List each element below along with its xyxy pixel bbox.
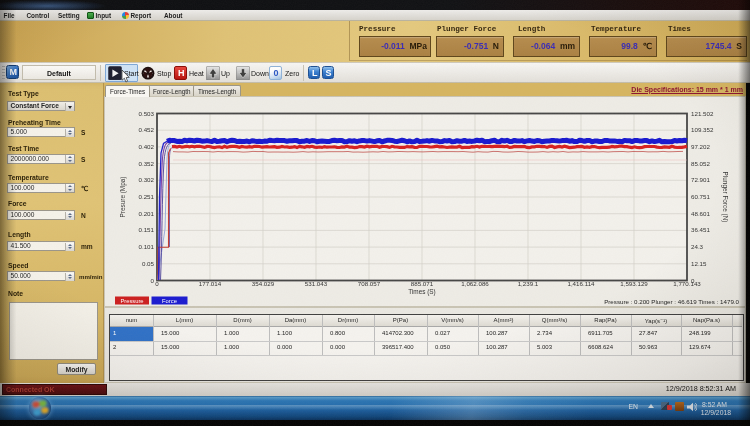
svg-text:0.402: 0.402: [139, 143, 155, 150]
svg-text:0.201: 0.201: [139, 210, 155, 217]
svg-text:531.043: 531.043: [305, 280, 328, 287]
svg-text:354.029: 354.029: [252, 280, 275, 287]
svg-text:24.3: 24.3: [691, 243, 704, 250]
svg-text:85.052: 85.052: [691, 160, 710, 167]
svg-text:12.15: 12.15: [691, 260, 707, 267]
svg-text:121.502: 121.502: [691, 110, 714, 117]
svg-text:1,416.114: 1,416.114: [567, 280, 595, 287]
svg-text:Force: Force: [162, 298, 177, 304]
svg-text:72.901: 72.901: [691, 176, 710, 183]
svg-text:0.352: 0.352: [139, 160, 155, 167]
svg-text:1,239.1: 1,239.1: [518, 280, 539, 287]
svg-text:48.601: 48.601: [691, 210, 710, 217]
svg-text:885.071: 885.071: [411, 280, 434, 287]
svg-text:Plunger Force (N): Plunger Force (N): [721, 172, 729, 223]
svg-text:Pressure : 0.200 Plunger : 46: Pressure : 0.200 Plunger : 46.619 Times …: [604, 298, 739, 305]
svg-text:0: 0: [151, 277, 155, 284]
svg-text:0.452: 0.452: [139, 126, 155, 133]
svg-text:Pressure: Pressure: [120, 298, 143, 304]
svg-text:109.352: 109.352: [691, 126, 714, 133]
svg-text:708.057: 708.057: [358, 280, 381, 287]
svg-text:60.751: 60.751: [691, 193, 710, 200]
svg-text:36.451: 36.451: [691, 226, 710, 233]
svg-text:1,770.143: 1,770.143: [673, 280, 701, 287]
svg-text:0: 0: [155, 280, 159, 287]
svg-text:0.302: 0.302: [139, 176, 155, 183]
svg-text:Presure (Mpa): Presure (Mpa): [119, 177, 127, 218]
svg-text:Times (S): Times (S): [408, 288, 435, 296]
svg-text:1,062.086: 1,062.086: [461, 280, 489, 287]
svg-text:0.05: 0.05: [142, 260, 155, 267]
svg-text:97.202: 97.202: [691, 143, 710, 150]
svg-text:0.151: 0.151: [139, 226, 155, 233]
svg-text:177.014: 177.014: [199, 280, 222, 287]
svg-text:0.503: 0.503: [139, 110, 155, 117]
svg-text:0.101: 0.101: [139, 243, 155, 250]
svg-text:1,593.129: 1,593.129: [620, 280, 648, 287]
svg-text:0.251: 0.251: [139, 193, 155, 200]
